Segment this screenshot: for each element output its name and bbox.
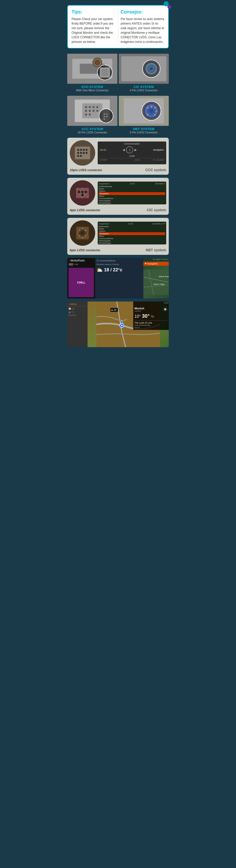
nbt-header-time: 15:35 — [128, 223, 133, 225]
nbt-system-name: NBT SYSTEM — [119, 127, 169, 131]
munich-city: Munich — [135, 307, 144, 310]
evo-system-desc: With One More Connector — [67, 89, 117, 92]
svg-point-41 — [154, 107, 156, 109]
chill-album-art: CHILL — [68, 268, 94, 297]
tv-icon: 📺 — [68, 311, 71, 313]
cic-menu-item-7: Einstellungen — [99, 202, 165, 204]
nbt-connector-section: Hauptmenü 15:35 GONG96.3 TP Multimedia R… — [67, 218, 169, 255]
nbt-menu-item-nav-active: Navigation — [99, 232, 165, 235]
cic-screen-mock: Hauptmenü 15:50 BAYERN 3 CD/Multimedia R… — [98, 182, 166, 205]
svg-point-17 — [85, 106, 87, 108]
cic-menu-item-4: Office — [99, 195, 165, 197]
ccc-screen-right: Navigation — [153, 149, 164, 151]
svg-point-32 — [104, 118, 105, 120]
systems-grid-bottom: CCC SYSTEM 10 Pin LVDS Connector — [67, 96, 169, 136]
nbt-labels-row: 6pin LVDS connector NBT system — [70, 248, 166, 252]
svg-rect-74 — [143, 270, 169, 295]
nav-status-bar: 13:45 — [164, 302, 168, 304]
ccc-arrow-left: ◀ — [123, 148, 125, 152]
cic-connector-image — [70, 180, 95, 206]
svg-point-71 — [82, 237, 84, 239]
svg-point-49 — [83, 149, 85, 151]
nav-sidebar: ♪ MEDIA 💿 CD 📺 TV ⊞ APPS — [67, 302, 88, 347]
media-icon: ♪ — [68, 303, 70, 306]
svg-point-68 — [82, 227, 84, 229]
ccc-scoop: SCOOP — [100, 159, 107, 161]
ccc-date: 01. 03.2018 — [153, 159, 164, 161]
cic-system-name: CIC SYSTEM — [119, 85, 169, 89]
ccc-screen-display: Communication Air AC ◀ ℹ ▶ Navigation Au… — [98, 142, 166, 164]
cic-screen-header: Hauptmenü 15:50 BAYERN 3 — [99, 183, 165, 185]
media-center-panel: ⊙ ConnectedDrive Weather today in Toront… — [95, 258, 143, 299]
connected-drive-header: ⊙ ConnectedDrive — [96, 259, 142, 262]
svg-text:▲ 25: ▲ 25 — [111, 309, 116, 311]
ccc-system-desc: 10 Pin LVDS Connector — [67, 131, 117, 134]
svg-point-59 — [78, 191, 81, 193]
deco-dot-2 — [168, 5, 171, 9]
svg-point-4 — [95, 60, 100, 65]
ccc-connector-label: 10pin LVDS connector — [70, 167, 102, 172]
connected-drive-label: ConnectedDrive — [99, 259, 116, 262]
svg-point-55 — [77, 155, 79, 157]
cic-system-image — [119, 54, 169, 84]
svg-point-50 — [86, 149, 88, 151]
svg-point-13 — [150, 67, 153, 70]
cic-labels-row: 4pin LVDS connector CIC system — [70, 208, 166, 212]
ccc-screen-mock: Communication Air AC ◀ ℹ ▶ Navigation Au… — [98, 142, 166, 164]
nbt-system-label-text: NBT system — [146, 248, 166, 252]
nbt-menu-item-5: ConnectedDrive — [99, 237, 165, 240]
media-nav-label: MEDIA — [70, 303, 77, 305]
temperature-display: 18 / 22°c — [104, 267, 122, 273]
cic-menu-item-2: Radio — [99, 188, 165, 190]
cic-menu-item-1: CD/Multimedia — [99, 185, 165, 188]
nbt-system-desc: 6 Pin LVDS Connector — [119, 131, 169, 134]
ccc-screen-middle: Air AC ◀ ℹ ▶ Navigation — [99, 146, 165, 154]
temp-low: 10° — [135, 314, 141, 319]
tips-box: Tips: Please Check your car system first… — [67, 5, 169, 49]
tips-title-en: Tips: — [71, 9, 115, 15]
svg-point-24 — [96, 110, 98, 112]
temp-high: 30° — [142, 313, 149, 319]
ccc-system-item: CCC SYSTEM 10 Pin LVDS Connector — [67, 96, 117, 136]
song-info-panel: The Look of Love Zola Mirembenda 03:14 — [135, 320, 168, 329]
nbt-menu-item-3: Telefon — [99, 230, 165, 232]
nbt-screen-display: Hauptmenü 15:35 GONG96.3 TP Multimedia R… — [98, 222, 166, 244]
ccc-time: 10:52 — [135, 159, 140, 161]
munich-status: current — [135, 310, 144, 312]
media-header: ♪ Media/Radio — [68, 259, 94, 262]
tv-nav-item: 📺 TV — [68, 310, 87, 314]
cic-svg — [119, 54, 169, 84]
media-screen-layout: ♪ Media/Radio 053 Chill CHILL ⊙ Con — [67, 258, 169, 299]
svg-point-30 — [104, 116, 105, 117]
ccc-connector-section: Communication Air AC ◀ ℹ ▶ Navigation Au… — [67, 138, 169, 175]
weather-city: Weather today in Toronto — [96, 263, 142, 266]
ccc-connector-svg — [70, 140, 95, 165]
percent-symbol: % — [151, 314, 154, 318]
cic-system-desc: 4 Pin LVDS Connector — [119, 89, 169, 92]
svg-point-60 — [81, 191, 84, 193]
tips-title-es: Consejos: — [121, 9, 165, 15]
cd-nav-item: 💿 CD — [68, 307, 87, 310]
svg-point-40 — [150, 106, 152, 108]
svg-point-27 — [99, 109, 113, 123]
song-artist: Zola Mirembenda — [135, 324, 168, 327]
tips-divider — [118, 9, 118, 44]
nav-info-panel: 13:45 Munich current ☀ 10° 30° — [133, 302, 169, 330]
svg-point-38 — [149, 109, 153, 113]
media-radio-display: ♪ Media/Radio 053 Chill CHILL ⊙ Con — [67, 258, 169, 299]
ccc-system-label: CCC system — [145, 167, 166, 172]
apps-icon: ⊞ — [68, 314, 70, 316]
munich-header-row: Munich current ☀ — [135, 306, 168, 312]
cic-menu-item-3: Telefon — [99, 190, 165, 192]
ccc-screen-audio: Audio — [99, 155, 165, 157]
svg-point-70 — [85, 235, 87, 237]
nav-top-bar: ♪ MEDIA — [68, 302, 87, 306]
svg-point-73 — [79, 229, 81, 231]
svg-point-43 — [154, 114, 156, 116]
svg-point-47 — [77, 149, 79, 151]
station-name: Chill — [74, 263, 78, 266]
svg-point-18 — [89, 106, 91, 108]
systems-grid-top: EVO SYSTEM With One More Connector CIC S… — [67, 54, 169, 94]
nbt-system-item: NBT SYSTEM 6 Pin LVDS Connector — [119, 96, 169, 136]
ccc-screen-bottom: SCOOP ♪ 10:52 01. 03.2018 — [99, 158, 165, 161]
